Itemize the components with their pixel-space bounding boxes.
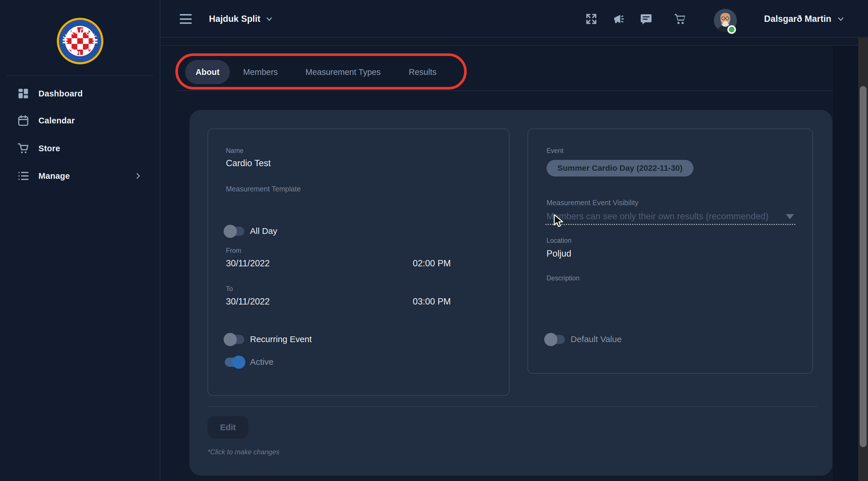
edit-button[interactable]: Edit: [208, 416, 248, 439]
sidebar: HAJDUK SPLIT Dashboard: [0, 0, 160, 481]
visibility-select[interactable]: Members can see only their own results (…: [547, 211, 785, 222]
event-chip[interactable]: Summer Cardio Day (2022-11-30): [547, 160, 693, 177]
visibility-select-underline: [546, 224, 796, 225]
sidebar-item-calendar[interactable]: Calendar: [0, 109, 160, 131]
name-label: Name: [226, 147, 243, 155]
from-label: From: [226, 247, 241, 255]
recurring-event-toggle[interactable]: [225, 334, 244, 345]
event-meta-card: Event Summer Cardio Day (2022-11-30) Mea…: [528, 129, 813, 374]
user-name: Dalsgarð Martin: [764, 14, 831, 24]
chevron-down-icon: [836, 14, 845, 23]
sidebar-item-manage[interactable]: Manage: [0, 165, 160, 187]
club-name: Hajduk Split: [209, 14, 260, 24]
event-details-card: Name Cardio Test Measurement Template Al…: [208, 129, 509, 396]
list-icon: [17, 169, 30, 183]
cart-icon: [17, 142, 30, 155]
user-menu[interactable]: Dalsgarð Martin: [764, 0, 845, 38]
topbar-subheader-band: [160, 38, 868, 45]
club-logo: HAJDUK SPLIT: [56, 17, 104, 65]
from-date[interactable]: 30/11/2022: [226, 258, 270, 268]
to-date[interactable]: 30/11/2022: [226, 296, 270, 307]
cart-icon-topbar[interactable]: [673, 11, 687, 26]
sidebar-divider: [7, 75, 153, 76]
location-label: Location: [547, 237, 571, 245]
all-day-toggle[interactable]: [225, 226, 244, 236]
to-label: To: [226, 285, 233, 293]
event-label: Event: [547, 147, 563, 155]
sidebar-item-label: Manage: [38, 171, 70, 181]
description-label: Description: [547, 275, 580, 282]
tabs-divider: [177, 90, 836, 91]
panel-divider: [207, 406, 817, 407]
edit-note: *Click to make changes: [208, 448, 280, 456]
tab-members[interactable]: Members: [243, 60, 278, 84]
online-status-badge: [727, 25, 736, 34]
all-day-label: All Day: [250, 226, 277, 236]
menu-icon[interactable]: [180, 14, 192, 24]
active-label: Active: [250, 357, 274, 367]
sidebar-item-label: Calendar: [38, 116, 75, 125]
fullscreen-icon[interactable]: [584, 11, 599, 26]
chevron-right-icon: [134, 172, 142, 180]
content-right-gutter: [833, 46, 858, 481]
chevron-down-icon: [265, 14, 274, 23]
dropdown-arrow-icon: [786, 214, 794, 219]
scrollbar-thumb[interactable]: [860, 86, 867, 447]
tab-results[interactable]: Results: [409, 60, 437, 84]
measurement-template-label: Measurement Template: [226, 185, 301, 193]
sidebar-item-store[interactable]: Store: [0, 137, 160, 159]
tab-measurement-types[interactable]: Measurement Types: [305, 60, 381, 84]
from-time[interactable]: 02:00 PM: [413, 258, 451, 268]
chat-icon[interactable]: [639, 11, 654, 26]
name-value: Cardio Test: [226, 158, 271, 168]
sidebar-item-label: Store: [38, 144, 60, 153]
location-value: Poljud: [547, 249, 571, 259]
sidebar-item-dashboard[interactable]: Dashboard: [0, 83, 160, 104]
tab-about[interactable]: About: [185, 60, 230, 84]
active-toggle[interactable]: [225, 357, 244, 367]
club-selector[interactable]: Hajduk Split: [209, 0, 274, 38]
default-value-label: Default Value: [570, 334, 622, 344]
dashboard-icon: [17, 87, 30, 100]
visibility-label: Measurement Event Visibility: [547, 199, 639, 207]
about-panel: Name Cardio Test Measurement Template Al…: [189, 110, 832, 476]
calendar-icon: [17, 114, 30, 127]
sidebar-item-label: Dashboard: [38, 89, 83, 98]
announcement-icon[interactable]: [612, 11, 627, 26]
default-value-toggle[interactable]: [546, 334, 565, 345]
recurring-event-label: Recurring Event: [250, 334, 312, 344]
to-time[interactable]: 03:00 PM: [413, 296, 451, 307]
